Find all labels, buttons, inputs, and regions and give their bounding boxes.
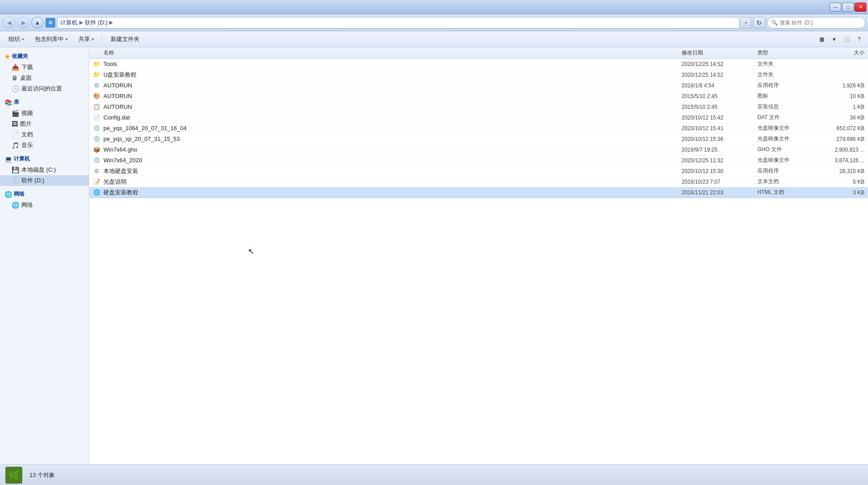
sidebar-item-download[interactable]: 📥 下载 <box>0 62 89 73</box>
table-row[interactable]: 💿 pe_yqs_xp_20_07_31_15_53 2020/10/12 15… <box>89 134 868 144</box>
table-row[interactable]: ⚙ 本地硬盘安装 2020/10/12 15:30 应用程序 28,315 KB <box>89 166 868 177</box>
recent-icon: 🕒 <box>12 85 19 92</box>
table-row[interactable]: 💿 Win7x64_2020 2020/12/25 11:32 光盘映像文件 3… <box>89 155 868 166</box>
organize-button[interactable]: 组织 ▾ <box>4 33 29 45</box>
search-box[interactable]: 🔍 <box>767 17 865 29</box>
sidebar-item-c-drive[interactable]: 💾 本地磁盘 (C:) <box>0 164 89 175</box>
table-row[interactable]: 📦 Win7x64.gho 2019/9/7 19:25 GHO 文件 2,90… <box>89 144 868 155</box>
file-size-cell: 5 KB <box>815 179 864 185</box>
sidebar-item-desktop[interactable]: 🖥 桌面 <box>0 73 89 83</box>
forward-button[interactable]: ▶ <box>17 17 29 29</box>
video-icon: 🎬 <box>12 110 19 117</box>
file-name-label: U盘安装教程 <box>103 71 136 79</box>
file-name-cell: 💿 pe_yqs_1064_20_07_31_16_04 <box>93 124 682 132</box>
breadcrumb-sep-2: ▶ <box>109 20 113 25</box>
share-button[interactable]: 共享 ▾ <box>74 33 99 45</box>
table-row[interactable]: 🎨 AUTORUN 2015/5/10 2:45 图标 10 KB <box>89 91 868 102</box>
statusbar: 🌿 13 个对象 <box>0 464 868 485</box>
sidebar-item-photo[interactable]: 🖼 图片 <box>0 119 89 129</box>
view-icon: ▦ <box>819 36 824 42</box>
table-row[interactable]: 🌐 硬盘安装教程 2016/11/21 22:03 HTML 文档 3 KB <box>89 187 868 198</box>
view-button[interactable]: ▦ <box>816 34 827 45</box>
maximize-button[interactable]: □ <box>842 3 854 12</box>
file-size-cell: 652,072 KB <box>815 125 864 132</box>
sidebar-doc-label: 文档 <box>21 131 33 139</box>
file-type-icon: 📋 <box>93 103 101 111</box>
file-type-icon: 🌐 <box>93 189 101 197</box>
file-type-icon: 📁 <box>93 60 101 68</box>
col-header-name[interactable]: 名称 <box>93 49 682 57</box>
library-header[interactable]: 📚 库 <box>0 97 89 108</box>
sidebar-item-d-drive[interactable]: 💿 软件 (D:) <box>0 175 89 186</box>
file-name-cell: 💿 pe_yqs_xp_20_07_31_15_53 <box>93 135 682 143</box>
file-name-label: 光盘说明 <box>103 178 127 186</box>
address-dropdown[interactable]: ▾ <box>741 17 751 29</box>
photo-icon: 🖼 <box>12 120 18 127</box>
view-arrow-button[interactable]: ▾ <box>829 34 839 45</box>
breadcrumb-drive[interactable]: 软件 (D:) <box>85 19 107 27</box>
search-input[interactable] <box>780 20 861 26</box>
table-row[interactable]: 📄 Config.dat 2020/10/12 15:42 DAT 文件 36 … <box>89 112 868 123</box>
col-header-date[interactable]: 修改日期 <box>682 49 757 57</box>
file-type-cell: 光盘映像文件 <box>757 124 815 132</box>
file-type-cell: 安装信息 <box>757 103 815 111</box>
file-date-cell: 2016/10/23 7:07 <box>682 179 757 185</box>
download-icon: 📥 <box>12 64 19 71</box>
file-type-cell: 文件夹 <box>757 71 815 78</box>
favorites-header[interactable]: ★ 收藏夹 <box>0 51 89 62</box>
file-date-cell: 2020/10/12 15:36 <box>682 136 757 142</box>
file-type-icon: 📝 <box>93 178 101 186</box>
file-name-label: AUTORUN <box>103 82 132 89</box>
library-icon: 📚 <box>4 99 12 106</box>
favorites-label: 收藏夹 <box>12 53 28 60</box>
file-size-cell: 3,874,126 ... <box>815 157 864 164</box>
computer-header[interactable]: 💻 计算机 <box>0 153 89 164</box>
file-type-cell: GHO 文件 <box>757 146 815 153</box>
network-section: 🌐 网络 🌐 网络 <box>0 189 89 210</box>
table-row[interactable]: 📝 光盘说明 2016/10/23 7:07 文本文档 5 KB <box>89 177 868 187</box>
network-sub-icon: 🌐 <box>12 201 19 209</box>
new-folder-button[interactable]: 新建文件夹 <box>105 33 145 45</box>
include-button[interactable]: 包含到库中 ▾ <box>30 33 73 45</box>
table-row[interactable]: 📁 Tools 2020/12/25 14:52 文件夹 <box>89 59 868 70</box>
breadcrumb[interactable]: 计算机 ▶ 软件 (D:) ▶ <box>57 17 740 29</box>
sidebar-item-music[interactable]: 🎵 音乐 <box>0 140 89 151</box>
file-date-cell: 2015/5/10 2:45 <box>682 93 757 99</box>
doc-icon: 📄 <box>12 131 19 138</box>
file-name-cell: 💿 Win7x64_2020 <box>93 156 682 164</box>
file-date-cell: 2020/10/12 15:30 <box>682 168 757 174</box>
back-icon: ◀ <box>7 20 11 26</box>
computer-section: 💻 计算机 💾 本地磁盘 (C:) 💿 软件 (D:) <box>0 153 89 186</box>
file-type-icon: 💿 <box>93 156 101 164</box>
refresh-button[interactable]: ↻ <box>753 17 765 29</box>
sidebar-item-recent[interactable]: 🕒 最近访问的位置 <box>0 83 89 94</box>
close-button[interactable]: ✕ <box>855 3 866 12</box>
refresh-icon: ↻ <box>757 19 762 26</box>
file-size-cell: 3 KB <box>815 189 864 196</box>
file-name-label: AUTORUN <box>103 103 132 110</box>
sidebar-item-video[interactable]: 🎬 视频 <box>0 108 89 119</box>
file-name-label: Config.dat <box>103 114 130 121</box>
table-row[interactable]: 💿 pe_yqs_1064_20_07_31_16_04 2020/10/12 … <box>89 123 868 134</box>
file-type-cell: 应用程序 <box>757 82 815 89</box>
status-count: 13 个对象 <box>29 471 55 479</box>
network-header[interactable]: 🌐 网络 <box>0 189 89 200</box>
table-row[interactable]: 📋 AUTORUN 2015/5/10 2:45 安装信息 1 KB <box>89 102 868 112</box>
sidebar-item-network[interactable]: 🌐 网络 <box>0 200 89 210</box>
file-size-cell: 10 KB <box>815 93 864 99</box>
up-button[interactable]: ▲ <box>31 17 44 29</box>
preview-pane-button[interactable]: ⬜ <box>841 34 852 45</box>
sidebar-item-doc[interactable]: 📄 文档 <box>0 129 89 140</box>
file-date-cell: 2020/10/12 15:42 <box>682 115 757 121</box>
help-button[interactable]: ? <box>854 34 864 45</box>
file-type-cell: 文件夹 <box>757 60 815 68</box>
back-button[interactable]: ◀ <box>3 17 15 29</box>
file-date-cell: 2020/12/25 14:52 <box>682 61 757 67</box>
col-header-type[interactable]: 类型 <box>757 49 815 57</box>
col-header-size[interactable]: 大小 <box>815 49 864 57</box>
breadcrumb-computer[interactable]: 计算机 <box>60 19 78 27</box>
table-row[interactable]: ⚙ AUTORUN 2016/1/8 4:54 应用程序 1,926 KB <box>89 80 868 91</box>
search-icon: 🔍 <box>771 20 778 26</box>
table-row[interactable]: 📁 U盘安装教程 2020/12/25 14:52 文件夹 <box>89 70 868 80</box>
minimize-button[interactable]: ─ <box>830 3 841 12</box>
